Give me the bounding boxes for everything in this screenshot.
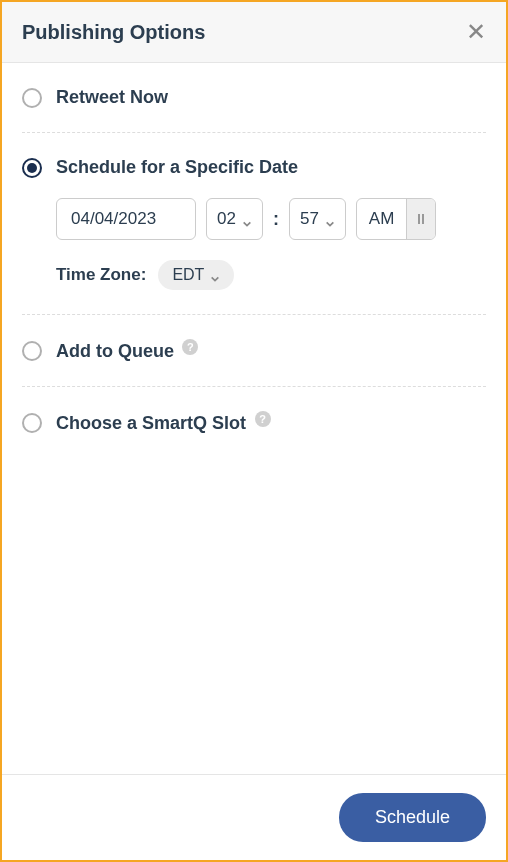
option-schedule-specific: Schedule for a Specific Date 02 : 57	[22, 133, 486, 315]
hour-select[interactable]: 02	[206, 198, 263, 240]
radio-smartq[interactable]	[22, 413, 42, 433]
close-icon: ✕	[466, 18, 486, 45]
pause-icon	[415, 212, 427, 226]
help-icon[interactable]: ?	[255, 411, 271, 427]
option-add-to-queue: Add to Queue ?	[22, 315, 486, 387]
radio-add-to-queue[interactable]	[22, 341, 42, 361]
options-list: Retweet Now Schedule for a Specific Date…	[2, 63, 506, 774]
ampm-toggle[interactable]	[406, 199, 435, 239]
option-header[interactable]: Choose a SmartQ Slot ?	[22, 411, 486, 434]
minute-value: 57	[300, 209, 319, 229]
schedule-button[interactable]: Schedule	[339, 793, 486, 842]
help-icon[interactable]: ?	[182, 339, 198, 355]
dialog-footer: Schedule	[2, 774, 506, 860]
dialog-title: Publishing Options	[22, 21, 205, 44]
dialog-header: Publishing Options ✕	[2, 2, 506, 63]
radio-schedule-specific[interactable]	[22, 158, 42, 178]
ampm-value: AM	[357, 199, 407, 239]
option-smartq: Choose a SmartQ Slot ?	[22, 387, 486, 458]
option-label: Add to Queue	[56, 341, 174, 361]
option-header[interactable]: Schedule for a Specific Date	[22, 157, 486, 178]
chevron-down-icon	[325, 214, 335, 224]
chevron-down-icon	[242, 214, 252, 224]
option-label: Choose a SmartQ Slot	[56, 414, 246, 434]
timezone-label: Time Zone:	[56, 265, 146, 285]
close-button[interactable]: ✕	[466, 20, 486, 44]
time-separator: :	[273, 209, 279, 230]
timezone-select[interactable]: EDT	[158, 260, 234, 290]
option-label: Retweet Now	[56, 87, 168, 108]
date-input[interactable]	[56, 198, 196, 240]
chevron-down-icon	[210, 270, 220, 280]
option-header[interactable]: Retweet Now	[22, 87, 486, 108]
timezone-row: Time Zone: EDT	[56, 260, 486, 290]
option-label: Schedule for a Specific Date	[56, 157, 298, 178]
ampm-box: AM	[356, 198, 437, 240]
option-retweet-now: Retweet Now	[22, 63, 486, 133]
schedule-body: 02 : 57 AM	[56, 198, 486, 290]
hour-value: 02	[217, 209, 236, 229]
minute-select[interactable]: 57	[289, 198, 346, 240]
timezone-value: EDT	[172, 266, 204, 284]
datetime-row: 02 : 57 AM	[56, 198, 486, 240]
radio-retweet-now[interactable]	[22, 88, 42, 108]
option-header[interactable]: Add to Queue ?	[22, 339, 486, 362]
